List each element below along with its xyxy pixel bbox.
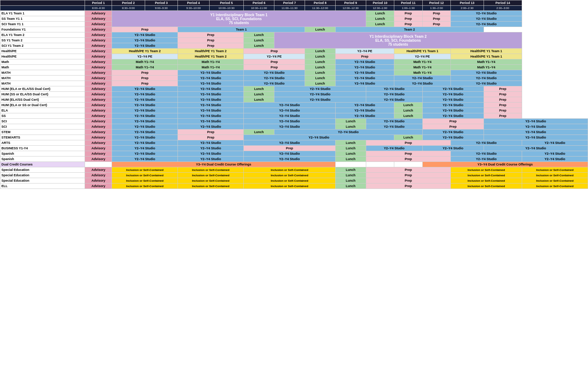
cell-y2y4studio-a: Y2–Y4 Studio: [112, 92, 178, 97]
cell-advisory: Advisory: [85, 86, 112, 92]
cell-advisory: Advisory: [85, 49, 112, 54]
label-ela-y1-team2: ELA Y1 Team 2: [0, 32, 85, 38]
cell-inclusion-b: Inclusion or Self-Contained: [178, 183, 244, 189]
cell-inclusion-d: Inclusion or Self-Contained: [451, 183, 522, 189]
cell-y2y4studio-d: Y2–Y4 Studio: [484, 135, 588, 140]
cell-lunch: Lunch: [244, 43, 274, 49]
cell-lunch: Lunch: [366, 11, 394, 16]
row-hum-4: HUM (ELA or SS or Dual Cert) Advisory Y2…: [0, 103, 588, 108]
label-hum-4: HUM (ELA or SS or Dual Cert): [0, 103, 85, 108]
cell-y2y4pe-a: Y2–Y4 PE: [112, 54, 178, 59]
row-healthpe-2: Health/PE Advisory Y2–Y4 PE Health/PE Y1…: [0, 54, 588, 59]
cell-y2y4studio-e: Y2–Y4 Studio: [422, 86, 484, 92]
time-7: 11:00–11:30: [274, 6, 305, 11]
cell-y2y4studio-a: Y2–Y4 Studio: [178, 76, 244, 81]
label-sped-3: Special Education: [0, 178, 85, 183]
cell-interdisciplinary-block2: Y1 Interdisciplinary Block Team 2 ELA, S…: [274, 32, 522, 49]
cell-math-c: Math Y1–Y4: [394, 59, 451, 65]
cell-inclusion-d: Inclusion or Self-Contained: [451, 167, 522, 173]
period-header-14: Period 14: [484, 0, 522, 6]
cell-inclusion-b: Inclusion or Self-Contained: [178, 178, 244, 183]
cell-y2y4studio-b: Y2–Y4 Studio: [178, 156, 244, 162]
label-sci-team-y1-1: SCI Team Y1 1: [0, 22, 85, 27]
cell-lunch: Lunch: [244, 32, 274, 38]
cell-y2y4studio-c: Y2–Y4 Studio: [244, 151, 336, 156]
cell-y2y4studio-a: Y2–Y4 Studio: [112, 135, 178, 140]
cell-advisory: Advisory: [85, 59, 112, 65]
cell-y2y4studio-e: Y2–Y4 Studio: [422, 92, 484, 97]
cell-y2y4studio: Y2–Y4 Studio: [112, 38, 178, 43]
cell-advisory: Advisory: [85, 22, 112, 27]
row-spanish-1: Spanish Advisory Y2–Y4 Studio Y2–Y4 Stud…: [0, 151, 588, 156]
row-math-2: Math Advisory Math Y1–Y4 Math Y1–Y4 Prep…: [0, 65, 588, 70]
label-healthpe-1: Health/PE: [0, 49, 85, 54]
cell-y2y4studio-e: Y2–Y4 Studio: [522, 140, 588, 146]
cell-y2y4studio-a: Y2–Y4 Studio: [112, 119, 178, 124]
cell-prep: Prep: [178, 130, 244, 135]
empty-cell: [335, 162, 366, 167]
cell-y2y4studio-c: Y2–Y4 Studio: [244, 140, 336, 146]
row-spanish-2: Spanish Advisory Y2–Y4 Studio Y2–Y4 Stud…: [0, 156, 588, 162]
cell-advisory: Advisory: [85, 54, 112, 59]
row-math-upper-3: MATH Advisory Prep Y2–Y4 Studio Y2–Y4 St…: [0, 81, 588, 86]
cell-inclusion-a: Inclusion or Self-Contained: [112, 173, 178, 178]
cell-y2y4studio-d: Y2–Y4 Studio: [366, 92, 422, 97]
cell-prep: Prep: [178, 43, 244, 49]
cell-lunch: Lunch: [335, 183, 366, 189]
cell-y2y4studio-b: Y2–Y4 Studio: [178, 108, 244, 113]
cell-lunch: Lunch: [305, 59, 335, 65]
cell-lunch: Lunch: [305, 81, 335, 86]
row-ell: ELL Advisory Inclusion or Self-Contained…: [0, 183, 588, 189]
cell-y2y4pe-c: Y2–Y4 PE: [394, 54, 451, 59]
period-header-12: Period 12: [422, 0, 450, 6]
cell-advisory: Advisory: [85, 108, 112, 113]
cell-math-d: Math Y1–Y4: [451, 59, 522, 65]
cell-prep: Prep: [244, 49, 305, 54]
cell-healthpe-y1team1-a: Health/PE Y1 Team 1: [394, 49, 451, 54]
time-5: 10:00–10:30: [209, 6, 244, 11]
cell-y2y4studio-c: Y2–Y4 Studio: [244, 108, 336, 113]
cell-y2y4studio-d: Y2–Y4 Studio: [366, 119, 422, 124]
cell-y2y4studio-a: Y2–Y4 Studio: [178, 81, 244, 86]
cell-y2y4studio-b: Y2–Y4 Studio: [244, 135, 394, 140]
cell-y2y4studio-c: Y2–Y4 Studio: [244, 103, 336, 108]
cell-team1: Team 1: [178, 27, 305, 32]
label-ss-team-y1-1: SS Team Y1 1: [0, 16, 85, 22]
cell-lunch: Lunch: [394, 113, 422, 119]
cell-math-c: Math Y1–Y4: [394, 70, 451, 76]
cell-y2y4studio-b: Y2–Y4 Studio: [244, 81, 305, 86]
cell-advisory: Advisory: [85, 135, 112, 140]
cell-prep2: Prep: [422, 16, 450, 22]
cell-math-a: Math Y1–Y4: [112, 59, 178, 65]
cell-team2: Team 2: [335, 27, 484, 32]
cell-lunch: Lunch: [366, 16, 394, 22]
cell-y2y4studio-e: Y2–Y4 Studio: [422, 97, 484, 103]
cell-advisory: Advisory: [85, 151, 112, 156]
empty-cell: [366, 162, 394, 167]
cell-y2y4studio-e: Y2–Y4 Studio: [422, 108, 484, 113]
cell-advisory: Advisory: [85, 76, 112, 81]
cell-y2y4studio-a: Y2–Y4 Studio: [112, 130, 178, 135]
cell-prep: Prep: [484, 86, 522, 92]
cell-y2y4studio-e: Y2–Y4 Studio: [522, 156, 588, 162]
empty-cell: [85, 162, 112, 167]
cell-advisory: Advisory: [85, 156, 112, 162]
cell-advisory: Advisory: [85, 130, 112, 135]
cell-lunch: Lunch: [335, 156, 366, 162]
cell-y2y4studio-c: Y2–Y4 Studio: [422, 130, 484, 135]
cell-prep: Prep: [394, 16, 422, 22]
cell-prep: Prep: [112, 76, 178, 81]
cell-lunch: Lunch: [335, 178, 366, 183]
time-14: 2:30–3:00: [484, 6, 522, 11]
cell-prep: Prep: [244, 65, 305, 70]
cell-prep: Prep: [178, 38, 244, 43]
label-arts: ARTS: [0, 140, 85, 146]
cell-lunch: Lunch: [335, 119, 366, 124]
cell-lunch: Lunch: [305, 54, 335, 59]
empty-cell: [394, 162, 422, 167]
cell-inclusion-e: Inclusion or Self-Contained: [522, 173, 588, 178]
cell-advisory: Advisory: [85, 173, 112, 178]
period-header-1: Period 1: [85, 0, 112, 6]
cell-inclusion-a: Inclusion or Self-Contained: [112, 183, 178, 189]
cell-advisory: Advisory: [85, 140, 112, 146]
